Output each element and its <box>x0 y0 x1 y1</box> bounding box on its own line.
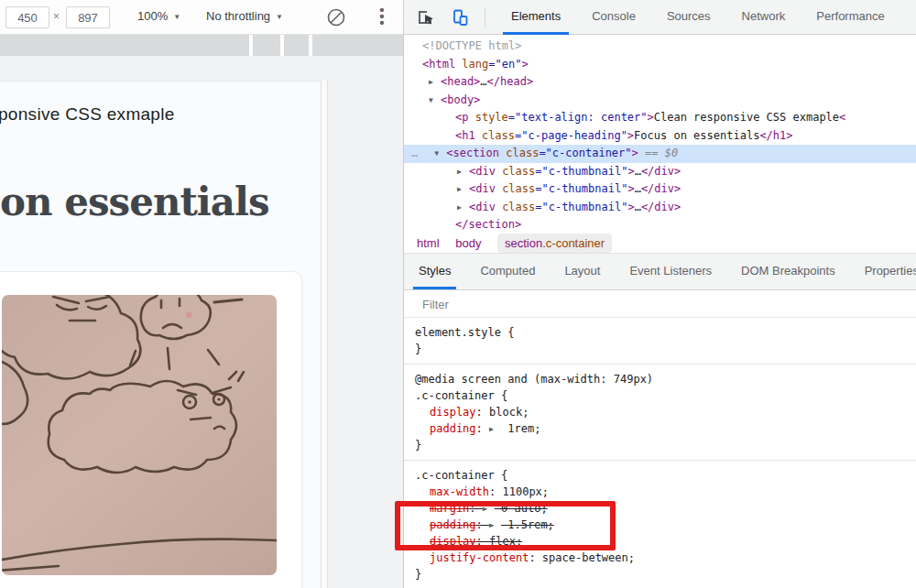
dom-row-section-selected[interactable]: …▼<section class="c-container"> == $0 <box>404 145 916 163</box>
chevron-down-icon: ▼ <box>173 13 180 21</box>
dom-row-doctype[interactable]: <!DOCTYPE html> <box>404 38 916 56</box>
breadcrumb: html body section.c-container <box>404 234 916 254</box>
dom-row-thumbnail-1[interactable]: ▶<div class="c-thumbnail">…</div> <box>404 163 916 181</box>
css-property-line[interactable]: justify-content: space-between; <box>415 550 916 566</box>
toggle-device-toolbar-button[interactable] <box>450 7 470 27</box>
dom-row-html[interactable]: <html lang="en"> <box>404 56 916 74</box>
dimension-separator: × <box>53 10 60 23</box>
tab-computed[interactable]: Computed <box>465 254 550 289</box>
dom-row-body[interactable]: ▼<body> <box>404 92 916 110</box>
styles-filter-row <box>404 290 916 318</box>
viewport-width-input[interactable] <box>5 6 49 28</box>
dom-row-head[interactable]: ▶<head>…</head> <box>404 73 916 92</box>
rotate-icon <box>325 6 347 28</box>
devtools-toolbar: Elements Console Sources Network Perform… <box>404 0 916 35</box>
breadcrumb-section-container[interactable]: section.c-container <box>497 234 612 253</box>
tab-dom-breakpoints[interactable]: DOM Breakpoints <box>726 254 850 289</box>
styles-tab-bar: Styles Computed Layout Event Listeners D… <box>404 254 916 290</box>
devtools-pane: Elements Console Sources Network Perform… <box>403 0 916 588</box>
dom-tree: <!DOCTYPE html> <html lang="en"> ▶<head>… <box>404 35 916 234</box>
tab-network[interactable]: Network <box>726 0 802 35</box>
chevron-down-icon: ▼ <box>276 13 283 21</box>
page-scrollbar[interactable] <box>321 81 328 588</box>
rule-media-container: @media screen and (max-width: 749px) .c-… <box>404 365 916 461</box>
styles-filter-input[interactable] <box>422 294 697 314</box>
band-slit <box>249 35 253 56</box>
device-emulation-pane: × 100%▼ No throttling▼ ••• ponsive CSS e… <box>0 0 403 588</box>
dom-row-h1[interactable]: <h1 class="c-page-heading">Focus on esse… <box>404 127 916 146</box>
css-property-line[interactable]: max-width: 1100px; <box>415 484 916 500</box>
breadcrumb-html[interactable]: html <box>417 236 440 250</box>
device-toolbar: × 100%▼ No throttling▼ ••• <box>0 0 403 35</box>
tab-sources[interactable]: Sources <box>651 0 726 35</box>
cloud-drawing-image <box>2 295 277 575</box>
css-media-query-line[interactable]: @media screen and (max-width: 749px) <box>415 371 916 387</box>
inspect-element-button[interactable] <box>415 7 435 27</box>
cloud-drawing <box>2 295 277 575</box>
css-property-line[interactable]: display: block; <box>415 404 916 420</box>
emulation-band <box>0 35 403 56</box>
dom-row-thumbnail-2[interactable]: ▶<div class="c-thumbnail">…</div> <box>404 180 916 199</box>
throttling-select[interactable]: No throttling▼ <box>206 9 283 23</box>
css-brace-line: } <box>415 341 916 357</box>
css-selector-line[interactable]: .c-container { <box>415 467 916 484</box>
toolbar-divider <box>485 7 485 27</box>
css-selector-line[interactable]: element.style { <box>415 324 916 341</box>
preview-paragraph: ponsive CSS exmaple <box>0 104 175 125</box>
css-brace-line: } <box>415 437 916 453</box>
tab-properties[interactable]: Properties <box>850 254 916 289</box>
breadcrumb-body[interactable]: body <box>455 236 481 250</box>
dom-row-section-close[interactable]: </section> <box>404 216 916 234</box>
dom-row-thumbnail-3[interactable]: ▶<div class="c-thumbnail">…</div> <box>404 199 916 217</box>
tab-elements[interactable]: Elements <box>496 0 576 35</box>
preview-heading: on essentials <box>0 180 269 224</box>
tab-performance[interactable]: Performance <box>801 0 900 35</box>
css-property-line[interactable]: padding: ▶ 1rem; <box>415 420 916 437</box>
dom-row-p[interactable]: <p style="text-align: center">Clean resp… <box>404 109 916 127</box>
rule-element-style: element.style { } <box>404 318 916 365</box>
red-annotation-box <box>395 501 616 550</box>
css-brace-line: } <box>415 566 916 583</box>
rotate-viewport-button[interactable] <box>325 6 347 28</box>
more-options-button[interactable]: ••• <box>374 6 390 28</box>
devtools-tab-bar: Elements Console Sources Network Perform… <box>496 0 900 35</box>
tab-styles[interactable]: Styles <box>404 254 465 289</box>
tab-layout[interactable]: Layout <box>550 254 615 289</box>
zoom-select[interactable]: 100%▼ <box>137 9 180 23</box>
device-toolbar-icon <box>450 7 470 27</box>
band-slit <box>280 35 284 56</box>
band-slit <box>309 35 312 56</box>
css-selector-line[interactable]: .c-container { <box>415 387 916 404</box>
zoom-value: 100% <box>137 9 168 23</box>
tab-console[interactable]: Console <box>576 0 651 35</box>
viewport-height-input[interactable] <box>66 6 110 28</box>
tab-event-listeners[interactable]: Event Listeners <box>615 254 726 289</box>
throttling-value: No throttling <box>206 9 270 23</box>
inspect-icon <box>415 7 435 27</box>
